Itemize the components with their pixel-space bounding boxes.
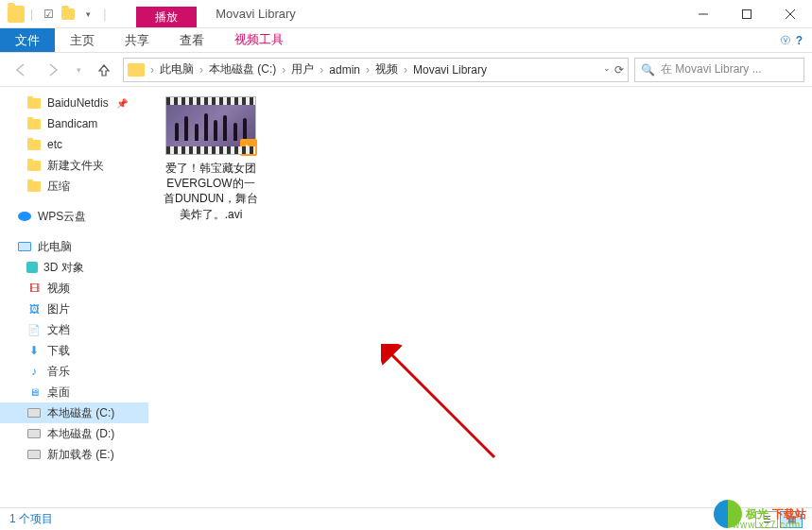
maximize-icon xyxy=(742,9,752,19)
nav-label: 桌面 xyxy=(47,385,70,401)
tab-file[interactable]: 文件 xyxy=(0,28,55,52)
checkbox-icon[interactable]: ☑ xyxy=(39,5,58,24)
bc-chevron-icon[interactable]: › xyxy=(198,63,205,77)
qat-folder-icon[interactable] xyxy=(61,9,75,20)
bc-item[interactable]: 此电脑 xyxy=(156,61,198,77)
nav-label: 下载 xyxy=(47,343,70,359)
minimize-icon xyxy=(699,9,708,19)
nav-label: 压缩 xyxy=(47,179,70,195)
nav-label: Bandicam xyxy=(47,117,97,130)
nav-label: 新加载卷 (E:) xyxy=(47,447,114,463)
forward-arrow-icon xyxy=(45,62,60,77)
status-bar: 1 个项目 ☰ ▦ xyxy=(0,507,812,530)
bc-item[interactable]: Movavi Library xyxy=(409,63,491,77)
nav-this-pc[interactable]: 此电脑 xyxy=(0,236,148,257)
video-thumbnail: ▶ xyxy=(165,96,256,155)
tab-video-tools[interactable]: 视频工具 xyxy=(219,28,299,52)
minimize-button[interactable] xyxy=(682,0,725,27)
cloud-icon xyxy=(17,209,32,224)
pin-icon: 📌 xyxy=(116,98,128,109)
thumbnail-image xyxy=(172,111,250,141)
nav-drive-d[interactable]: 本地磁盘 (D:) xyxy=(0,423,148,444)
bc-item[interactable]: 视频 xyxy=(371,61,402,77)
bc-chevron-icon[interactable]: › xyxy=(318,63,325,77)
nav-label: 此电脑 xyxy=(38,239,72,255)
tab-home[interactable]: 主页 xyxy=(55,28,110,52)
search-input[interactable]: 🔍 在 Movavi Library ... xyxy=(634,58,804,82)
nav-quick-item[interactable]: 新建文件夹 xyxy=(0,155,148,176)
drive-icon xyxy=(26,405,42,420)
nav-quick-item[interactable]: etc xyxy=(0,134,148,155)
window-title: Movavi Library xyxy=(216,7,296,21)
qat-overflow-icon[interactable]: ▾ xyxy=(78,5,97,24)
nav-pc-item[interactable]: 3D 对象 xyxy=(0,257,148,278)
refresh-icon[interactable]: ⟳ xyxy=(614,63,624,77)
address-dropdown[interactable]: ⌄ ⟳ xyxy=(603,63,624,77)
breadcrumb[interactable]: › 此电脑 › 本地磁盘 (C:) › 用户 › admin › 视频 › Mo… xyxy=(123,58,629,82)
chevron-down-icon: ⌄ xyxy=(603,63,611,77)
3d-objects-icon xyxy=(26,262,38,273)
documents-icon: 📄 xyxy=(26,322,42,337)
svg-line-5 xyxy=(389,351,494,457)
close-button[interactable] xyxy=(769,0,812,27)
qat-separator: | xyxy=(103,8,106,21)
back-button[interactable] xyxy=(8,57,34,83)
nav-drive-e[interactable]: 新加载卷 (E:) xyxy=(0,444,148,465)
ribbon-expand-icon[interactable]: ⓥ xyxy=(781,34,790,47)
context-tab-play[interactable]: 播放 xyxy=(136,7,197,27)
bc-chevron-icon[interactable]: › xyxy=(148,63,156,77)
bc-chevron-icon[interactable]: › xyxy=(402,63,409,77)
nav-pc-item[interactable]: ⬇下载 xyxy=(0,340,148,361)
desktop-icon: 🖥 xyxy=(26,385,42,400)
watermark-url: www.xz7.com xyxy=(733,520,801,530)
nav-quick-item[interactable]: 压缩 xyxy=(0,176,148,197)
nav-quick-item[interactable]: Bandicam xyxy=(0,113,148,134)
up-arrow-icon xyxy=(96,62,112,77)
play-overlay-icon: ▶ xyxy=(240,139,257,156)
nav-label: 文档 xyxy=(47,322,70,338)
up-button[interactable] xyxy=(91,57,117,83)
file-item[interactable]: ▶ 爱了！韩宝藏女团EVERGLOW的一首DUNDUN，舞台美炸了。.avi xyxy=(164,96,258,222)
arrow-annotation xyxy=(381,344,504,467)
drive-icon xyxy=(26,447,42,462)
tab-share[interactable]: 共享 xyxy=(110,28,164,52)
address-bar: ▾ › 此电脑 › 本地磁盘 (C:) › 用户 › admin › 视频 › … xyxy=(0,53,812,87)
nav-label: 3D 对象 xyxy=(43,260,84,276)
bc-chevron-icon[interactable]: › xyxy=(364,63,371,77)
nav-drive-c[interactable]: 本地磁盘 (C:) xyxy=(0,402,148,423)
nav-quick-item[interactable]: BaiduNetdis📌 xyxy=(0,93,148,113)
svg-rect-1 xyxy=(743,9,752,18)
tab-view[interactable]: 查看 xyxy=(164,28,219,52)
window-controls xyxy=(682,0,812,27)
body-area: BaiduNetdis📌 Bandicam etc 新建文件夹 压缩 WPS云盘… xyxy=(0,87,812,507)
bc-item[interactable]: 用户 xyxy=(287,61,318,77)
nav-pc-item[interactable]: ♪音乐 xyxy=(0,361,148,382)
bc-item[interactable]: 本地磁盘 (C:) xyxy=(205,61,280,77)
app-folder-icon xyxy=(8,6,25,23)
nav-label: 本地磁盘 (D:) xyxy=(47,426,114,442)
nav-pc-item[interactable]: 📄文档 xyxy=(0,319,148,340)
bc-chevron-icon[interactable]: › xyxy=(280,63,287,77)
folder-icon xyxy=(26,158,42,173)
search-placeholder: 在 Movavi Library ... xyxy=(661,61,762,77)
folder-icon xyxy=(26,116,42,131)
bc-item[interactable]: admin xyxy=(325,63,364,77)
nav-label: 视频 xyxy=(47,281,70,297)
content-pane[interactable]: ▶ 爱了！韩宝藏女团EVERGLOW的一首DUNDUN，舞台美炸了。.avi xyxy=(148,87,812,507)
nav-pc-item[interactable]: 🖼图片 xyxy=(0,299,148,319)
nav-pc-item[interactable]: 🎞视频 xyxy=(0,278,148,299)
forward-button[interactable] xyxy=(40,57,66,83)
nav-label: 图片 xyxy=(47,301,70,317)
nav-label: 本地磁盘 (C:) xyxy=(47,405,114,421)
drive-icon xyxy=(26,426,42,441)
recent-dropdown[interactable]: ▾ xyxy=(72,57,85,83)
nav-label: 音乐 xyxy=(47,364,70,380)
ribbon-right: ⓥ ? xyxy=(781,28,812,52)
help-icon[interactable]: ? xyxy=(796,34,803,47)
nav-label: etc xyxy=(47,138,62,151)
navigation-pane[interactable]: BaiduNetdis📌 Bandicam etc 新建文件夹 压缩 WPS云盘… xyxy=(0,87,148,507)
nav-pc-item[interactable]: 🖥桌面 xyxy=(0,382,148,402)
maximize-button[interactable] xyxy=(725,0,769,27)
qat-separator: | xyxy=(30,8,33,21)
nav-wps-cloud[interactable]: WPS云盘 xyxy=(0,206,148,227)
